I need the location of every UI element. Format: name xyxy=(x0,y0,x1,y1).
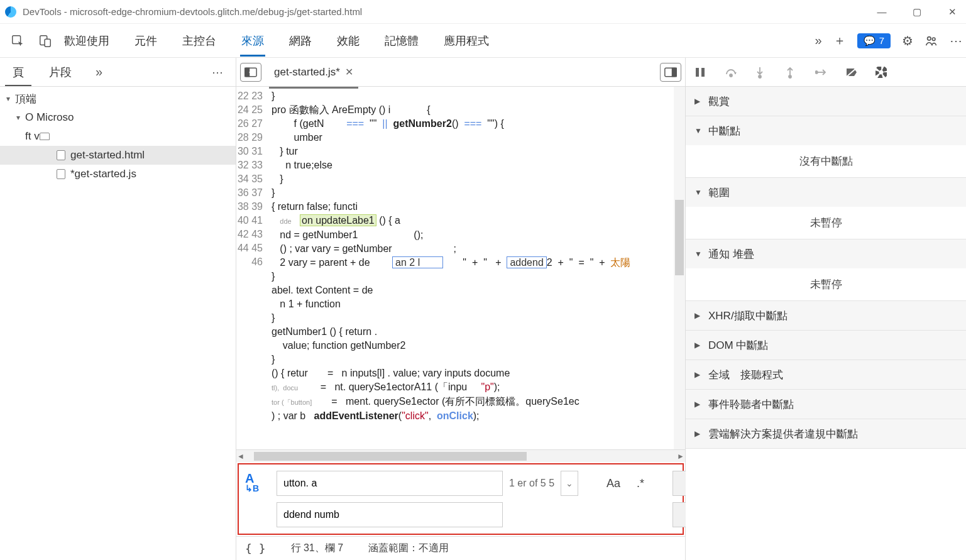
close-tab-icon[interactable]: ✕ xyxy=(345,66,353,78)
match-case-toggle[interactable]: Aa xyxy=(606,477,620,490)
section-body: 未暫停 xyxy=(686,268,966,300)
status-bar: { } 行 31、欄 7 涵蓋範圍：不適用 xyxy=(236,536,685,560)
tree-frame[interactable]: ft v xyxy=(0,127,236,146)
tree-root[interactable]: ▾ 頂端 xyxy=(0,89,236,108)
step-over-icon[interactable] xyxy=(725,67,741,78)
window-title: DevTools - microsoft-edge-chromium-devto… xyxy=(23,6,362,17)
toggle-debugger-icon[interactable] xyxy=(660,63,681,82)
replace-input[interactable] xyxy=(277,502,503,527)
disclosure-triangle-icon: ▶ xyxy=(694,97,702,106)
svg-rect-8 xyxy=(672,68,677,76)
add-tab-icon[interactable]: ＋ xyxy=(833,32,846,49)
disclosure-triangle-icon: ▼ xyxy=(694,126,702,135)
section-label: 全域 接聽程式 xyxy=(708,368,783,382)
debugger-section: ▶XHR/擷取中斷點 xyxy=(686,301,966,331)
toggle-navigator-icon[interactable] xyxy=(240,63,261,82)
section-header[interactable]: ▶觀賞 xyxy=(686,87,966,116)
more-tabs-icon[interactable]: » xyxy=(815,33,822,48)
section-header[interactable]: ▶XHR/擷取中斷點 xyxy=(686,301,966,330)
main-tabstrip: 歡迎使用 元件 主控台 來源 網路 效能 記憶體 應用程式 » ＋ 💬 7 ⚙ … xyxy=(0,24,966,58)
svg-rect-10 xyxy=(701,68,705,77)
tree-file-js[interactable]: *get-started.js xyxy=(0,165,236,184)
tab-network[interactable]: 網路 xyxy=(288,27,313,55)
step-out-icon[interactable] xyxy=(785,66,801,79)
caret-icon: ▾ xyxy=(6,94,15,103)
tree-file-html[interactable]: get-started.html xyxy=(0,146,236,165)
replace-mode-icon[interactable]: A↳B xyxy=(245,474,270,493)
nav-tab-page[interactable]: 頁 xyxy=(0,58,36,86)
kebab-menu-icon[interactable]: ⋯ xyxy=(950,33,962,48)
inspect-element-icon[interactable] xyxy=(4,27,31,55)
tab-memory[interactable]: 記憶體 xyxy=(383,27,420,55)
section-header[interactable]: ▼範圍 xyxy=(686,178,966,207)
source-tab[interactable]: get-started.js* ✕ xyxy=(266,62,361,82)
window-minimize-button[interactable]: — xyxy=(873,6,891,18)
find-count-label: 1 er of 5 5 xyxy=(509,478,554,489)
caret-icon: ▾ xyxy=(16,113,25,122)
debugger-section: ▼中斷點沒有中斷點 xyxy=(686,116,966,178)
window-maximize-button[interactable]: ▢ xyxy=(908,6,926,18)
find-history-dropdown[interactable]: ⌄ xyxy=(561,471,578,496)
tab-console[interactable]: 主控台 xyxy=(181,27,217,55)
find-input[interactable] xyxy=(277,471,503,496)
settings-gear-icon[interactable]: ⚙ xyxy=(902,33,913,48)
section-header[interactable]: ▼中斷點 xyxy=(686,116,966,145)
horizontal-scrollbar[interactable]: ◄ ► xyxy=(236,449,685,462)
source-pane: get-started.js* ✕ 22 23 24 25 26 27 28 2… xyxy=(236,58,686,560)
tab-performance[interactable]: 效能 xyxy=(336,27,361,55)
tree-origin-label: O Microso xyxy=(25,111,74,124)
debugger-section: ▼範圍未暫停 xyxy=(686,178,966,239)
tab-elements[interactable]: 元件 xyxy=(133,27,158,55)
nav-tab-snippets[interactable]: 片段 xyxy=(36,58,84,86)
debugger-section: ▼通知 堆疊未暫停 xyxy=(686,239,966,301)
tree-frame-label: ft v xyxy=(25,130,40,143)
deactivate-breakpoints-icon[interactable] xyxy=(845,67,862,78)
navigator-pane: 頁 片段 » ⋯ ▾ 頂端 ▾ O Microso ft v get-start… xyxy=(0,58,236,560)
chat-icon: 💬 xyxy=(864,35,875,47)
disclosure-triangle-icon: ▶ xyxy=(694,370,702,379)
file-tree: ▾ 頂端 ▾ O Microso ft v get-started.html *… xyxy=(0,87,236,560)
code-editor[interactable]: 22 23 24 25 26 27 28 29 30 31 32 33 34 3… xyxy=(236,87,685,449)
svg-rect-6 xyxy=(245,68,250,76)
pause-icon[interactable] xyxy=(694,67,711,78)
svg-point-12 xyxy=(759,75,761,78)
line-gutter: 22 23 24 25 26 27 28 29 30 31 32 33 34 3… xyxy=(236,87,268,449)
disclosure-triangle-icon: ▶ xyxy=(694,341,702,349)
code-body[interactable]: } pro 函數輸入 AreEmpty () i { f (getN === "… xyxy=(268,87,674,449)
section-header[interactable]: ▶DOM 中斷點 xyxy=(686,331,966,360)
nav-more-tabs-icon[interactable]: » xyxy=(96,65,102,79)
tab-welcome[interactable]: 歡迎使用 xyxy=(63,27,111,55)
step-icon[interactable] xyxy=(815,67,832,78)
section-header[interactable]: ▶雲端解決方案提供者違規中斷點 xyxy=(686,419,966,448)
section-label: 通知 堆疊 xyxy=(708,247,754,261)
tree-origin[interactable]: ▾ O Microso xyxy=(0,108,236,127)
nav-kebab-icon[interactable]: ⋯ xyxy=(212,65,224,79)
scroll-left-icon[interactable]: ◄ xyxy=(236,452,245,461)
device-emulation-icon[interactable] xyxy=(31,27,59,55)
window-titlebar: DevTools - microsoft-edge-chromium-devto… xyxy=(0,0,966,24)
tab-sources[interactable]: 來源 xyxy=(240,27,265,55)
issues-count: 7 xyxy=(879,35,884,46)
pause-on-exceptions-icon[interactable] xyxy=(875,67,892,78)
pretty-print-icon[interactable]: { } xyxy=(245,542,266,555)
section-label: 雲端解決方案提供者違規中斷點 xyxy=(708,427,858,441)
regex-toggle[interactable]: .* xyxy=(637,477,644,490)
tree-file-label: get-started.html xyxy=(70,149,145,162)
section-header[interactable]: ▶全域 接聽程式 xyxy=(686,360,966,389)
svg-point-13 xyxy=(789,75,791,78)
section-header[interactable]: ▶事件聆聽者中斷點 xyxy=(686,390,966,419)
section-header[interactable]: ▼通知 堆疊 xyxy=(686,239,966,268)
vertical-scrollbar[interactable] xyxy=(674,87,685,449)
scroll-right-icon[interactable]: ► xyxy=(676,452,685,461)
people-icon[interactable] xyxy=(925,34,938,48)
tab-application[interactable]: 應用程式 xyxy=(442,27,490,55)
issues-badge[interactable]: 💬 7 xyxy=(857,33,891,48)
svg-rect-9 xyxy=(696,68,699,77)
window-close-button[interactable]: ✕ xyxy=(943,6,961,18)
section-label: DOM 中斷點 xyxy=(708,338,768,353)
step-into-icon[interactable] xyxy=(755,66,771,79)
section-body: 未暫停 xyxy=(686,207,966,239)
svg-point-14 xyxy=(815,71,818,74)
file-icon xyxy=(57,150,65,160)
tree-file-label: *get-started.js xyxy=(70,168,136,180)
